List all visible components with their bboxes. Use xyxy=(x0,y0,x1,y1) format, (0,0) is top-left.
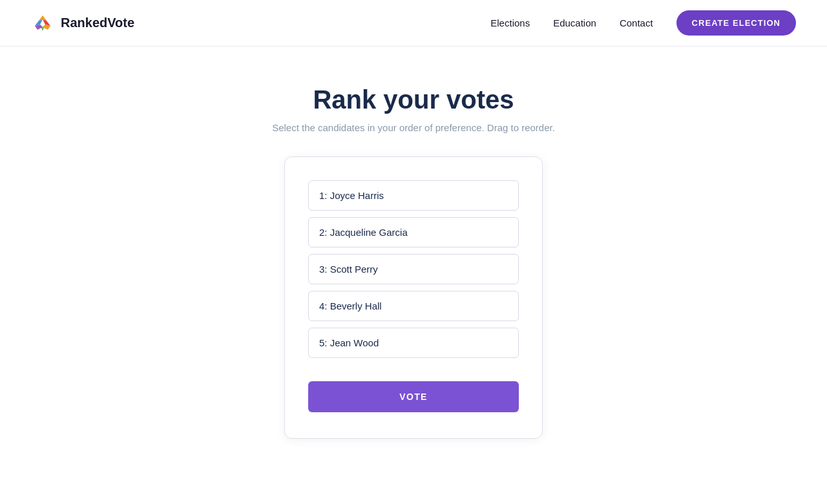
logo-icon xyxy=(31,12,54,35)
vote-button[interactable]: VOTE xyxy=(308,381,519,412)
main-nav: Elections Education Contact CREATE ELECT… xyxy=(490,10,796,36)
nav-elections[interactable]: Elections xyxy=(490,17,530,28)
voting-card: 1: Joyce Harris2: Jacqueline Garcia3: Sc… xyxy=(284,156,543,439)
header: RankedVote Elections Education Contact C… xyxy=(0,0,827,47)
candidate-item[interactable]: 1: Joyce Harris xyxy=(308,180,519,211)
logo[interactable]: RankedVote xyxy=(31,12,134,35)
candidate-item[interactable]: 3: Scott Perry xyxy=(308,254,519,284)
candidate-item[interactable]: 4: Beverly Hall xyxy=(308,291,519,321)
nav-contact[interactable]: Contact xyxy=(620,17,653,28)
candidate-item[interactable]: 2: Jacqueline Garcia xyxy=(308,217,519,247)
create-election-button[interactable]: CREATE ELECTION xyxy=(676,10,796,36)
candidate-item[interactable]: 5: Jean Wood xyxy=(308,328,519,358)
page-title: Rank your votes xyxy=(313,85,514,114)
nav-education[interactable]: Education xyxy=(553,17,596,28)
page-subtitle: Select the candidates in your order of p… xyxy=(272,122,555,133)
candidates-list: 1: Joyce Harris2: Jacqueline Garcia3: Sc… xyxy=(308,180,519,358)
main-content: Rank your votes Select the candidates in… xyxy=(0,47,827,478)
logo-text: RankedVote xyxy=(61,16,134,30)
